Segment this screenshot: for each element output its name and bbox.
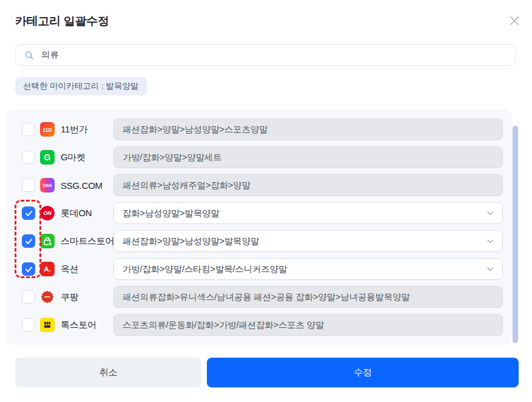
svg-text:G: G [44, 152, 51, 162]
marketplace-auction-icon: A. [40, 262, 55, 276]
marketplace-ssg-icon: SSG [40, 178, 55, 192]
marketplace-name: 톡스토어 [61, 319, 113, 331]
row-checkbox[interactable] [22, 234, 35, 248]
category-path-readonly: 스포츠의류/운동화/잡화>가방/패션잡화>스포츠 양말 [113, 314, 503, 336]
marketplace-row: 톡스토어스포츠의류/운동화/잡화>가방/패션잡화>스포츠 양말 [22, 314, 503, 336]
marketplace-name: 옥션 [61, 264, 113, 275]
marketplace-row: A.옥션가방/잡화>양말/스타킹>발목/스니커즈양말 [22, 258, 503, 280]
close-button[interactable] [507, 14, 522, 30]
row-checkbox[interactable] [22, 262, 35, 276]
chevron-down-icon [480, 236, 495, 246]
row-checkbox[interactable] [22, 290, 35, 304]
marketplace-row: SSGSSG.COM패션의류>남성캐주얼>잡화>양말 [22, 174, 503, 196]
category-path-readonly: 패션의류>남성캐주얼>잡화>양말 [113, 174, 503, 196]
checkmark-icon [24, 209, 33, 218]
row-checkbox[interactable] [22, 179, 35, 192]
marketplace-talkstore-icon [40, 318, 55, 332]
submit-button[interactable]: 수정 [207, 358, 519, 387]
category-path-text: 패션잡화>양말>남성양말>스포츠양말 [123, 124, 495, 135]
checkmark-icon [24, 237, 33, 246]
chevron-down-icon [480, 208, 495, 218]
marketplace-name: 롯데ON [61, 208, 113, 219]
marketplace-row: 쿠팡패션의류잡화>유니섹스/남녀공용 패션>공용 잡화>양말>남녀공용발목양말 [22, 286, 503, 308]
svg-text:A.: A. [44, 265, 51, 273]
list-scrollbar-thumb[interactable] [513, 126, 518, 343]
category-path-text: 가방/잡화>양말>양말세트 [123, 152, 495, 163]
row-checkbox[interactable] [22, 318, 35, 332]
category-path-readonly: 가방/잡화>양말>양말세트 [113, 146, 503, 168]
chevron-down-icon [480, 264, 495, 274]
marketplace-name: 스마트스토어 [61, 236, 113, 247]
marketplace-name: 쿠팡 [61, 291, 113, 303]
marketplace-row: 11D11번가패션잡화>양말>남성양말>스포츠양말 [22, 118, 503, 140]
row-checkbox[interactable] [22, 206, 35, 220]
category-path-text: 패션의류잡화>유니섹스/남녀공용 패션>공용 잡화>양말>남녀공용발목양말 [123, 291, 495, 303]
category-path-dropdown[interactable]: 잡화>남성양말>발목양말 [113, 202, 503, 224]
category-path-readonly: 패션잡화>양말>남성양말>스포츠양말 [113, 118, 503, 140]
close-icon [508, 14, 521, 30]
category-path-readonly: 패션의류잡화>유니섹스/남녀공용 패션>공용 잡화>양말>남녀공용발목양말 [113, 286, 503, 308]
svg-text:11D: 11D [42, 127, 52, 133]
category-path-text: 잡화>남성양말>발목양말 [123, 208, 480, 219]
marketplace-row: N스마트스토어패션잡화>양말>남성양말>발목양말 [22, 230, 503, 252]
svg-text:ON: ON [43, 210, 52, 216]
search-icon [16, 50, 35, 61]
svg-text:SSG: SSG [43, 183, 52, 188]
category-path-text: 패션의류>남성캐주얼>잡화>양말 [123, 180, 495, 191]
search-input[interactable] [40, 50, 515, 61]
category-path-text: 패션잡화>양말>남성양말>발목양말 [123, 236, 480, 247]
svg-text:N: N [49, 242, 52, 246]
category-search-box [15, 44, 516, 66]
marketplace-smartstore-icon: N [40, 234, 55, 248]
marketplace-name: SSG.COM [61, 180, 113, 191]
marketplace-row: ON롯데ON잡화>남성양말>발목양말 [22, 202, 503, 224]
dialog-title: 카테고리 일괄수정 [15, 13, 109, 29]
selected-mycategory-tag: 선택한 마이카테고리 : 발목양말 [15, 77, 147, 95]
marketplace-coupang-icon [40, 290, 55, 304]
marketplace-row: GG마켓가방/잡화>양말>양말세트 [22, 146, 503, 168]
marketplace-11st-icon: 11D [40, 122, 55, 137]
row-checkbox[interactable] [22, 123, 35, 136]
category-path-dropdown[interactable]: 패션잡화>양말>남성양말>발목양말 [113, 230, 503, 252]
category-path-text: 스포츠의류/운동화/잡화>가방/패션잡화>스포츠 양말 [123, 319, 495, 331]
marketplace-category-list: 11D11번가패션잡화>양말>남성양말>스포츠양말GG마켓가방/잡화>양말>양말… [6, 109, 512, 345]
cancel-button[interactable]: 취소 [15, 358, 201, 387]
marketplace-gmarket-icon: G [40, 150, 55, 165]
marketplace-name: G마켓 [61, 152, 113, 163]
category-path-dropdown[interactable]: 가방/잡화>양말/스타킹>발목/스니커즈양말 [113, 258, 503, 280]
marketplace-name: 11번가 [61, 124, 113, 135]
category-path-text: 가방/잡화>양말/스타킹>발목/스니커즈양말 [123, 264, 480, 275]
checkmark-icon [24, 265, 33, 274]
marketplace-lotteon-icon: ON [40, 206, 55, 220]
row-checkbox[interactable] [22, 151, 35, 164]
